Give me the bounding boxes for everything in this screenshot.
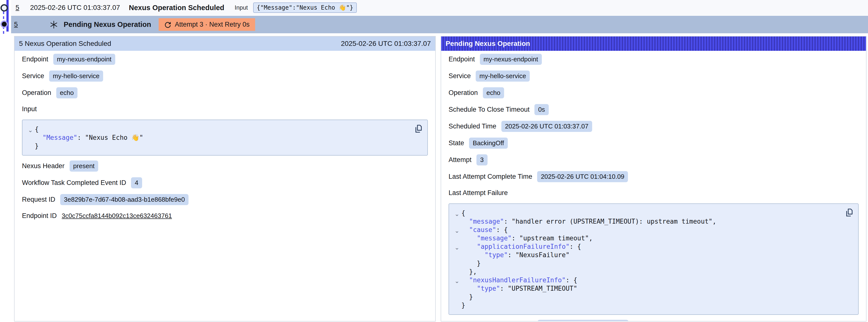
workflow-task-completed-event-id-field: Workflow Task Completed Event ID4 <box>22 177 428 188</box>
state-label: State <box>448 139 464 147</box>
endpoint-value: my-nexus-endpoint <box>53 54 115 65</box>
event-detail-panel: 5 Nexus Operation Scheduled 2025-02-26 U… <box>14 36 436 322</box>
copy-icon <box>844 208 854 217</box>
scheduled-time-value: 2025-02-26 UTC 01:03:37.07 <box>501 121 592 132</box>
schedule-to-close-timeout-label: Schedule To Close Timeout <box>448 106 529 114</box>
event-row-nexus-operation-scheduled[interactable]: 5 2025-02-26 UTC 01:03:37.07 Nexus Opera… <box>11 0 868 15</box>
last-attempt-complete-time-field: Last Attempt Complete Time2025-02-26 UTC… <box>448 171 859 182</box>
pending-operation-fields-top: Endpointmy-nexus-endpointServicemy-hello… <box>448 54 859 198</box>
service-field: Servicemy-hello-service <box>448 70 859 82</box>
failure-json-block: ⌄{ "message": "handler error (UPSTREAM_T… <box>448 203 859 315</box>
scheduled-time-field: Scheduled Time2025-02-26 UTC 01:03:37.07 <box>448 121 859 132</box>
last-attempt-failure-field: Last Attempt Failure <box>448 188 859 198</box>
collapse-chevron-icon[interactable]: ⌄ <box>26 126 35 134</box>
request-id-label: Request ID <box>22 196 55 203</box>
retry-icon <box>164 21 172 28</box>
endpoint-id-label: Endpoint ID <box>22 212 57 220</box>
next-attempt-schedule-time-value: 2025-02-26 UTC 01:04:13.93 <box>538 320 628 322</box>
pending-operation-panel-header: Pending Nexus Operation <box>441 36 866 51</box>
code-gutter <box>453 268 461 277</box>
request-id-field: Request ID3e829b7e-7d67-4b08-aad3-b1e868… <box>22 194 428 205</box>
collapse-chevron-icon[interactable]: ⌄ <box>453 243 461 252</box>
pending-operation-panel: Pending Nexus Operation Endpointmy-nexus… <box>441 36 867 322</box>
service-label: Service <box>448 72 471 80</box>
collapse-chevron-icon[interactable]: ⌄ <box>453 210 461 218</box>
event-detail-panel-title: 5 Nexus Operation Scheduled <box>19 40 111 47</box>
code-line-text: "applicationFailureInfo": { <box>461 243 581 251</box>
service-label: Service <box>22 72 44 80</box>
endpoint-label: Endpoint <box>22 56 49 63</box>
code-gutter <box>26 134 35 143</box>
endpoint-id-field: Endpoint ID3c0c75ccfa8144b092c13ce632463… <box>22 211 428 221</box>
code-gutter <box>453 285 461 294</box>
pending-operation-fields-bottom: Next Attempt Schedule Time2025-02-26 UTC… <box>448 320 859 322</box>
attempt-badge-text: Attempt 3 · Next Retry 0s <box>175 21 250 28</box>
event-id-link[interactable]: 5 <box>16 4 19 11</box>
next-attempt-schedule-time-field: Next Attempt Schedule Time2025-02-26 UTC… <box>448 320 859 322</box>
event-row-pending-nexus-operation[interactable]: 5 Pending Nexus Operation Attempt 3 · Ne… <box>11 16 868 33</box>
code-line-text: "type": "NexusFailure" <box>461 251 569 259</box>
code-line-text: "Message": "Nexus Echo 👋" <box>35 133 143 142</box>
timeline-marker-open-icon <box>0 4 8 11</box>
copy-button[interactable] <box>843 207 855 219</box>
schedule-to-close-timeout-value: 0s <box>534 104 549 115</box>
code-line-text: "type": "UPSTREAM_TIMEOUT" <box>461 284 577 293</box>
input-json-block: ⌄{ "Message": "Nexus Echo 👋"} <box>22 120 428 156</box>
endpoint-value: my-nexus-endpoint <box>480 54 542 65</box>
timeline-marker-current-icon <box>0 21 8 28</box>
event-input-label: Input <box>235 4 248 11</box>
attempt-retry-badge: Attempt 3 · Next Retry 0s <box>159 18 255 31</box>
code-gutter <box>453 302 461 311</box>
code-gutter <box>453 260 461 268</box>
endpoint-field: Endpointmy-nexus-endpoint <box>22 54 428 65</box>
endpoint-field: Endpointmy-nexus-endpoint <box>448 54 859 65</box>
nexus-header-field: Nexus Headerpresent <box>22 161 428 171</box>
event-title: Nexus Operation Scheduled <box>129 4 224 12</box>
timeline-rail <box>0 0 11 34</box>
event-timestamp: 2025-02-26 UTC 01:03:37.07 <box>30 4 120 11</box>
event-detail-panel-timestamp: 2025-02-26 UTC 01:03:37.07 <box>341 40 431 47</box>
code-gutter <box>453 218 461 227</box>
copy-button[interactable] <box>412 123 424 135</box>
pending-event-id-link[interactable]: 5 <box>14 21 18 28</box>
code-line-text: } <box>35 142 39 150</box>
workflow-task-completed-event-id-label: Workflow Task Completed Event ID <box>22 179 126 187</box>
code-gutter <box>26 143 35 151</box>
last-attempt-complete-time-value: 2025-02-26 UTC 01:04:10.09 <box>537 171 628 182</box>
operation-value: echo <box>483 87 504 98</box>
request-id-value: 3e829b7e-7d67-4b08-aad3-b1e868bfe9e0 <box>60 194 188 205</box>
collapse-chevron-icon[interactable]: ⌄ <box>453 227 461 235</box>
nexus-header-value: present <box>69 161 98 171</box>
input-label: Input <box>22 105 37 113</box>
endpoint-id-value[interactable]: 3c0c75ccfa8144b092c13ce632463761 <box>62 212 172 220</box>
workflow-task-completed-event-id-value: 4 <box>131 177 142 188</box>
input-json-code: ⌄{ "Message": "Nexus Echo 👋"} <box>26 125 423 150</box>
attempt-label: Attempt <box>448 156 471 164</box>
event-detail-fields-bottom: Nexus HeaderpresentWorkflow Task Complet… <box>22 161 428 221</box>
code-line-text: "message": "upstream timeout", <box>461 234 593 243</box>
operation-field: Operationecho <box>448 87 859 98</box>
workflow-event-history-screen: 5 2025-02-26 UTC 01:03:37.07 Nexus Opera… <box>0 0 868 322</box>
pending-operation-panel-body: Endpointmy-nexus-endpointServicemy-hello… <box>441 54 866 322</box>
pending-event-title: Pending Nexus Operation <box>64 21 151 29</box>
code-line-text: }, <box>461 267 477 276</box>
code-line-text: "nexusHandlerFailureInfo": { <box>461 276 577 284</box>
code-line-text: } <box>461 301 465 310</box>
state-field: StateBackingOff <box>448 137 859 149</box>
last-attempt-failure-label: Last Attempt Failure <box>448 189 508 197</box>
input-field: Input <box>22 104 428 114</box>
operation-label: Operation <box>22 89 51 97</box>
code-gutter <box>453 235 461 243</box>
operation-label: Operation <box>448 89 478 97</box>
code-line-text: "message": "handler error (UPSTREAM_TIME… <box>461 217 716 226</box>
pending-operation-panel-title: Pending Nexus Operation <box>445 40 530 47</box>
code-line-text: { <box>461 209 465 217</box>
code-gutter <box>453 252 461 260</box>
event-detail-fields-top: Endpointmy-nexus-endpointServicemy-hello… <box>22 54 428 114</box>
attempt-value: 3 <box>476 154 487 165</box>
endpoint-label: Endpoint <box>448 56 475 63</box>
service-value: my-hello-service <box>49 70 103 82</box>
collapse-chevron-icon[interactable]: ⌄ <box>453 277 461 285</box>
state-value: BackingOff <box>469 137 508 149</box>
schedule-to-close-timeout-field: Schedule To Close Timeout0s <box>448 104 859 115</box>
